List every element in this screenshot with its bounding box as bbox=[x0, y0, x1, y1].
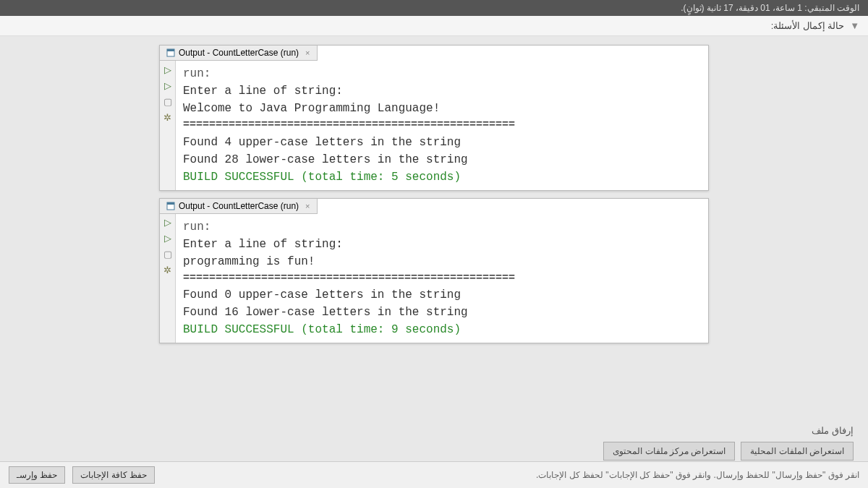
time-remaining-text: الوقت المتبقي: 1 ساعة، 01 دقيقة، 17 ثاني… bbox=[681, 3, 859, 13]
console-separator: ========================================… bbox=[183, 117, 701, 134]
output-tab-1[interactable]: Output - CountLetterCase (run) × bbox=[160, 46, 318, 61]
tab-title-1: Output - CountLetterCase (run) bbox=[179, 48, 299, 58]
console-line: Enter a line of string: bbox=[183, 236, 701, 253]
console-line: run: bbox=[183, 65, 701, 82]
attach-file-label: إرفاق ملف bbox=[603, 425, 854, 436]
bottom-actions-group: حفظ وإرسـ حفظ كافة الإجابات bbox=[9, 466, 155, 484]
debug-icon[interactable]: ✲ bbox=[162, 111, 174, 123]
bottom-action-bar: حفظ وإرسـ حفظ كافة الإجابات انقر فوق "حف… bbox=[0, 461, 868, 488]
attach-file-section: إرفاق ملف استعراض الملفات المحلية استعرا… bbox=[603, 425, 854, 461]
main-content: Output - CountLetterCase (run) × ▷ ▷ ▢ ✲… bbox=[0, 36, 868, 352]
run-icon[interactable]: ▷ bbox=[162, 64, 174, 75]
console-line: Found 0 upper-case letters in the string bbox=[183, 286, 701, 304]
console-line: programming is fun! bbox=[183, 253, 701, 270]
tab-title-2: Output - CountLetterCase (run) bbox=[179, 201, 299, 211]
panel-gutter-1: ▷ ▷ ▢ ✲ bbox=[160, 61, 176, 190]
console-separator: ========================================… bbox=[183, 270, 701, 287]
debug-icon[interactable]: ✲ bbox=[162, 265, 174, 276]
close-icon[interactable]: × bbox=[303, 48, 312, 57]
browse-content-button[interactable]: استعراض مركز ملفات المحتوى bbox=[603, 442, 735, 461]
bottom-hint-text: انقر فوق "حفظ وإرسال" للحفظ وإرسال. وانق… bbox=[155, 470, 859, 480]
output-icon bbox=[166, 48, 176, 58]
panel-body-1: ▷ ▷ ▢ ✲ run: Enter a line of string: Wel… bbox=[160, 61, 708, 190]
console-line: run: bbox=[183, 218, 701, 236]
completion-status-text: حالة إكمال الأسئلة: bbox=[771, 20, 845, 31]
output-panel-1: Output - CountLetterCase (run) × ▷ ▷ ▢ ✲… bbox=[159, 45, 709, 191]
close-icon[interactable]: × bbox=[303, 202, 312, 210]
output-panel-2: Output - CountLetterCase (run) × ▷ ▷ ▢ ✲… bbox=[159, 198, 709, 344]
time-remaining-bar: الوقت المتبقي: 1 ساعة، 01 دقيقة، 17 ثاني… bbox=[0, 0, 868, 16]
console-line: Found 16 lower-case letters in the strin… bbox=[183, 304, 701, 321]
rerun-icon[interactable]: ▷ bbox=[162, 80, 174, 91]
stop-icon[interactable]: ▢ bbox=[162, 95, 174, 107]
panel-gutter-2: ▷ ▷ ▢ ✲ bbox=[160, 214, 176, 343]
console-line: Found 28 lower-case letters in the strin… bbox=[183, 151, 701, 168]
browse-buttons-group: استعراض الملفات المحلية استعراض مركز ملف… bbox=[603, 442, 854, 461]
svg-rect-3 bbox=[167, 202, 174, 205]
output-icon bbox=[166, 201, 176, 211]
output-tab-2[interactable]: Output - CountLetterCase (run) × bbox=[160, 199, 318, 214]
run-icon[interactable]: ▷ bbox=[162, 217, 174, 228]
console-line: Welcome to Java Programming Language! bbox=[183, 100, 701, 117]
console-output-2: run: Enter a line of string: programming… bbox=[176, 214, 708, 343]
build-success-line: BUILD SUCCESSFUL (total time: 9 seconds) bbox=[183, 321, 701, 338]
console-output-1: run: Enter a line of string: Welcome to … bbox=[176, 61, 708, 190]
stop-icon[interactable]: ▢ bbox=[162, 249, 174, 260]
save-all-button[interactable]: حفظ كافة الإجابات bbox=[72, 466, 155, 484]
browse-local-button[interactable]: استعراض الملفات المحلية bbox=[741, 442, 854, 461]
chevron-down-icon[interactable]: ▼ bbox=[850, 20, 859, 31]
rerun-icon[interactable]: ▷ bbox=[162, 233, 174, 244]
save-submit-button[interactable]: حفظ وإرسـ bbox=[9, 466, 65, 484]
console-line: Enter a line of string: bbox=[183, 82, 701, 100]
svg-rect-1 bbox=[167, 49, 174, 51]
panel-body-2: ▷ ▷ ▢ ✲ run: Enter a line of string: pro… bbox=[160, 214, 708, 343]
console-line: Found 4 upper-case letters in the string bbox=[183, 134, 701, 151]
completion-status-bar: ▼ حالة إكمال الأسئلة: bbox=[0, 16, 868, 36]
build-success-line: BUILD SUCCESSFUL (total time: 5 seconds) bbox=[183, 168, 701, 186]
